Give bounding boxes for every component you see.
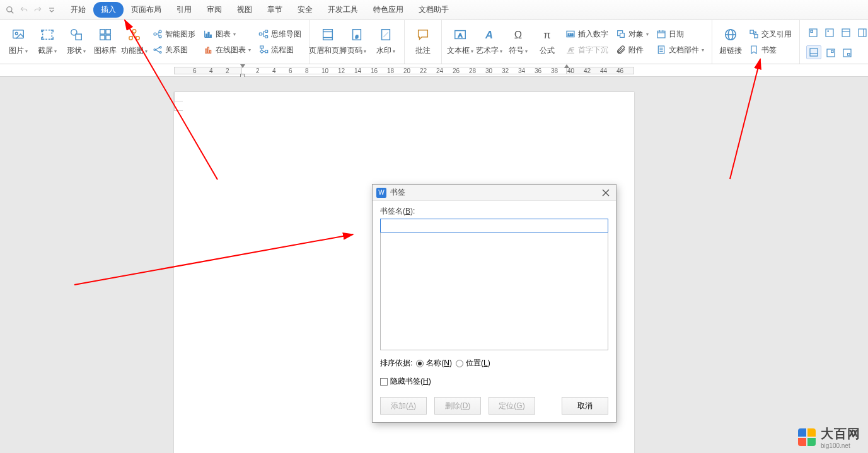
dropcap-button[interactable]: A首字下沉 (564, 44, 610, 56)
pane-button-6[interactable] (824, 47, 838, 59)
tab-references[interactable]: 引用 (169, 2, 199, 18)
smart-art-icon (153, 29, 163, 39)
mindmap-button[interactable]: 思维导图 (257, 28, 303, 40)
first-line-indent-marker[interactable] (240, 64, 245, 68)
svg-rect-31 (323, 30, 333, 40)
svg-rect-23 (205, 49, 207, 54)
svg-point-15 (159, 30, 161, 33)
shapes-label: 形状 (67, 46, 82, 55)
hyperlink-label: 超链接 (719, 45, 742, 56)
pane-icon-3 (841, 28, 851, 38)
goto-button[interactable]: 定位(G) (489, 397, 535, 415)
bookmark-name-input[interactable] (380, 219, 608, 232)
svg-rect-50 (657, 31, 665, 38)
shapes-button[interactable]: 形状▾ (62, 23, 91, 61)
insert-number-button[interactable]: 123插入数字 (564, 28, 610, 40)
pane-button-7[interactable] (840, 47, 854, 59)
screenshot-button[interactable]: 截屏▾ (33, 23, 62, 61)
screenshot-icon (40, 28, 54, 42)
smart-art-label: 智能图形 (165, 29, 195, 40)
pane-button-2[interactable] (823, 26, 836, 39)
dialog-close-button[interactable] (599, 186, 612, 199)
svg-rect-75 (848, 54, 850, 55)
ruler-tick: 8 (305, 67, 309, 74)
right-indent-marker[interactable] (564, 64, 569, 68)
svg-line-1 (11, 11, 14, 13)
radio-indicator (456, 360, 463, 367)
page-number-button[interactable]: # 页码▾ (342, 23, 371, 61)
wordart-button[interactable]: A 艺术字▾ (475, 23, 504, 61)
ruler-tick: 42 (584, 67, 591, 74)
sort-by-label: 排序依据: (380, 358, 412, 369)
delete-button[interactable]: 删除(D) (434, 397, 481, 415)
tab-dev-tools[interactable]: 开发工具 (320, 2, 366, 18)
bookmark-list[interactable] (380, 232, 608, 350)
textbox-button[interactable]: A 文本框▾ (446, 23, 475, 61)
svg-rect-25 (210, 50, 211, 54)
flowchart-button[interactable]: 流程图 (257, 44, 303, 56)
attachment-button[interactable]: 附件 (615, 44, 650, 56)
pane-button-1[interactable] (806, 26, 820, 39)
watermark-button[interactable]: 水印▾ (371, 23, 400, 61)
pane-button-3[interactable] (839, 26, 853, 39)
picture-button[interactable]: 图片▾ (4, 23, 33, 61)
dialog-titlebar[interactable]: W 书签 (373, 185, 616, 201)
ruler-tick: 24 (436, 67, 443, 74)
sort-by-location-radio[interactable]: 位置(L) (456, 358, 490, 369)
svg-point-0 (7, 6, 12, 11)
tab-sections[interactable]: 章节 (260, 2, 290, 18)
formula-button[interactable]: π 公式 (533, 23, 562, 61)
pane-button-4[interactable] (855, 26, 868, 39)
cancel-button[interactable]: 取消 (562, 397, 608, 415)
ruler-tick: 12 (338, 67, 345, 74)
search-icon[interactable] (5, 5, 15, 15)
svg-rect-61 (750, 30, 753, 33)
crossref-button[interactable]: 交叉引用 (748, 28, 793, 40)
tabs-container: 开始 插入 页面布局 引用 审阅 视图 章节 安全 开发工具 特色应用 文档助手 (63, 0, 456, 20)
sort-by-name-radio[interactable]: 名称(N) (416, 358, 452, 369)
function-diagram-icon (127, 28, 141, 42)
ruler-tick: 26 (453, 67, 460, 74)
tab-security[interactable]: 安全 (290, 2, 320, 18)
header-footer-icon (321, 28, 335, 42)
date-button[interactable]: 日期 (655, 28, 705, 40)
watermark-logo-icon (798, 428, 816, 446)
dialog-title: 书签 (390, 187, 599, 198)
radio-indicator (416, 360, 424, 367)
pane-button-5[interactable] (806, 45, 821, 59)
margin-corner-mark (174, 92, 175, 101)
redo-icon[interactable] (33, 5, 43, 15)
tab-doc-assistant[interactable]: 文档助手 (411, 2, 456, 18)
qat-dropdown-icon[interactable] (47, 5, 57, 15)
icon-library-button[interactable]: 图标库 (91, 23, 120, 61)
tab-start[interactable]: 开始 (63, 2, 93, 18)
online-chart-button[interactable]: 在线图表▾ (202, 44, 252, 56)
undo-icon[interactable] (19, 5, 29, 15)
hidden-bookmarks-checkbox[interactable]: 隐藏书签(H) (380, 376, 431, 387)
hyperlink-button[interactable]: 超链接 (716, 23, 745, 61)
bookmark-button[interactable]: 书签 (748, 44, 793, 56)
add-button[interactable]: 添加(A) (380, 397, 427, 415)
header-footer-button[interactable]: 页眉和页脚 (313, 23, 342, 61)
tab-special[interactable]: 特色应用 (366, 2, 411, 18)
bookmark-dialog: W 书签 书签名(B): 排序依据: 名称(N) 位置(L) 隐藏书签(H) (372, 184, 616, 423)
pane-icon-7 (842, 48, 852, 58)
bookmark-name-label: 书签名(B): (380, 206, 608, 217)
smart-art-button[interactable]: 智能图形 (151, 28, 197, 40)
mindmap-icon (258, 29, 269, 39)
chart-button[interactable]: 图表▾ (202, 28, 252, 40)
svg-point-16 (159, 35, 161, 38)
object-button[interactable]: 对象▾ (615, 28, 650, 40)
tab-view[interactable]: 视图 (229, 2, 260, 18)
docparts-button[interactable]: 文档部件▾ (655, 44, 705, 56)
tab-page-layout[interactable]: 页面布局 (124, 2, 169, 18)
ruler-tick: 22 (420, 67, 427, 74)
pane-icon-6 (826, 48, 836, 58)
tab-review[interactable]: 审阅 (199, 2, 229, 18)
tab-insert[interactable]: 插入 (93, 2, 124, 18)
comment-button[interactable]: 批注 (408, 23, 437, 61)
symbol-button[interactable]: Ω 符号▾ (504, 23, 533, 61)
relation-diagram-button[interactable]: 关系图 (151, 44, 197, 56)
insert-number-label: 插入数字 (578, 29, 608, 40)
function-diagram-button[interactable]: 功能图▾ (120, 23, 149, 61)
